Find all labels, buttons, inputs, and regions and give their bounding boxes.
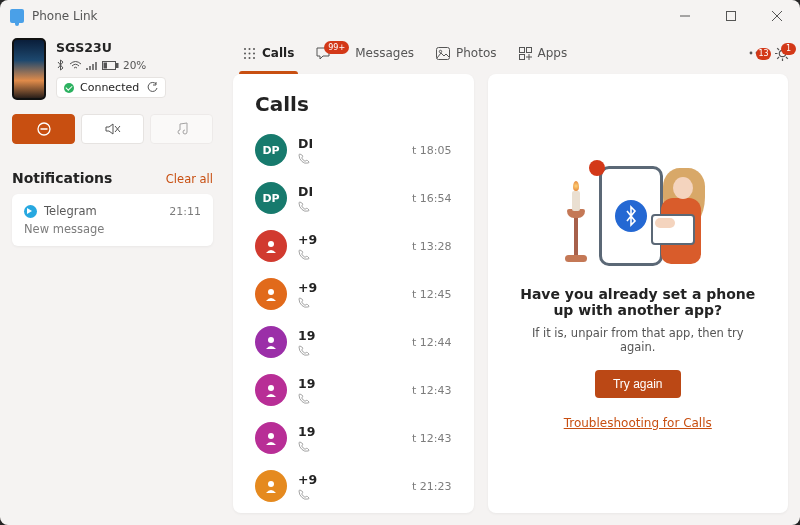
call-time: t 21:23 [412,480,452,493]
avatar [255,326,287,358]
connection-status[interactable]: Connected [56,77,166,98]
call-row[interactable]: 19t 12:43 [233,414,474,462]
photos-icon [436,47,450,60]
svg-rect-27 [526,47,531,52]
bluetooth-icon [56,59,65,71]
settings-badge: 1 [781,43,796,55]
call-row[interactable]: 19t 12:43 [233,366,474,414]
maximize-button[interactable] [708,0,754,32]
more-badge: 13 [756,48,771,60]
close-button[interactable] [754,0,800,32]
call-meta: +9 [298,280,401,308]
call-name: +9 [298,232,401,247]
settings-button[interactable]: 1 [775,46,790,61]
call-name: 19 [298,328,401,343]
svg-point-44 [268,385,274,391]
notification-time: 21:11 [169,205,201,218]
call-direction [298,345,401,356]
svg-point-15 [244,48,246,50]
calls-panel: Calls DPDIt 18:05DPDIt 16:54+9t 13:28+9t… [233,74,474,513]
more-button[interactable]: 13 [749,51,765,55]
connection-label: Connected [80,81,139,94]
app-body: SGS23U 20% Connected [0,32,800,525]
volume-mute-icon [105,122,121,136]
person-illustration [655,168,713,268]
call-direction [298,393,401,404]
call-list[interactable]: DPDIt 18:05DPDIt 16:54+9t 13:28+9t 12:45… [233,126,474,513]
try-again-button[interactable]: Try again [595,370,681,398]
candle-icon [565,192,587,262]
app-window: Phone Link SGS23U [0,0,800,525]
call-direction [298,201,401,212]
call-direction [298,441,401,452]
tab-photos[interactable]: Photos [426,32,506,74]
troubleshooting-link[interactable]: Troubleshooting for Calls [564,416,712,430]
bluetooth-circle-icon [615,200,647,232]
minimize-button[interactable] [662,0,708,32]
battery-icon [102,61,118,70]
svg-point-43 [268,337,274,343]
avatar [255,230,287,262]
svg-point-20 [253,52,255,54]
svg-point-23 [253,57,255,59]
titlebar: Phone Link [0,0,800,32]
dnd-button[interactable] [12,114,75,144]
avatar [255,278,287,310]
refresh-icon[interactable] [147,82,158,93]
tab-calls[interactable]: Calls [233,32,304,74]
svg-point-16 [249,48,251,50]
svg-point-46 [268,481,274,487]
tab-messages[interactable]: 99+ Messages [306,32,424,74]
call-time: t 13:28 [412,240,452,253]
dnd-icon [37,122,51,136]
avatar: DP [255,134,287,166]
app-icon [10,9,24,23]
notification-card[interactable]: Telegram 21:11 New message [12,194,213,246]
svg-point-25 [439,50,441,52]
call-name: DI [298,136,401,151]
mute-button[interactable] [81,114,144,144]
svg-point-21 [244,57,246,59]
call-row[interactable]: +9t 21:23 [233,462,474,510]
svg-rect-10 [104,63,107,68]
call-row[interactable]: JSJat 18:57 [233,510,474,513]
music-icon [176,122,188,136]
svg-rect-24 [437,47,450,59]
tab-calls-label: Calls [262,46,294,60]
svg-rect-26 [519,47,524,52]
device-name: SGS23U [56,40,213,55]
call-row[interactable]: DPDIt 16:54 [233,174,474,222]
call-time: t 12:43 [412,432,452,445]
telegram-icon [24,205,37,218]
call-meta: 19 [298,424,401,452]
music-button[interactable] [150,114,213,144]
call-time: t 12:45 [412,288,452,301]
call-time: t 16:54 [412,192,452,205]
device-info: SGS23U 20% Connected [56,38,213,100]
error-dot-icon [589,160,605,176]
help-title: Have you already set a phone up with ano… [518,286,759,318]
svg-point-42 [268,289,274,295]
notifications-header: Notifications Clear all [12,170,213,186]
call-time: t 12:44 [412,336,452,349]
call-row[interactable]: +9t 12:45 [233,270,474,318]
call-row[interactable]: DPDIt 18:05 [233,126,474,174]
tab-messages-label: Messages [355,46,414,60]
clear-all-link[interactable]: Clear all [166,172,213,186]
tabs-row: Calls 99+ Messages Photos Apps [225,32,800,74]
tab-apps[interactable]: Apps [509,32,578,74]
phone-thumbnail [12,38,46,100]
help-illustration [563,158,713,268]
call-direction [298,153,401,164]
call-row[interactable]: +9t 13:28 [233,222,474,270]
svg-point-41 [268,241,274,247]
notifications-heading: Notifications [12,170,112,186]
notification-text: New message [24,222,201,236]
calls-title: Calls [255,92,452,116]
device-summary[interactable]: SGS23U 20% Connected [12,38,213,100]
call-row[interactable]: 19t 12:44 [233,318,474,366]
call-meta: DI [298,184,401,212]
call-name: DI [298,184,401,199]
messages-badge: 99+ [324,41,349,54]
svg-rect-1 [727,12,736,21]
